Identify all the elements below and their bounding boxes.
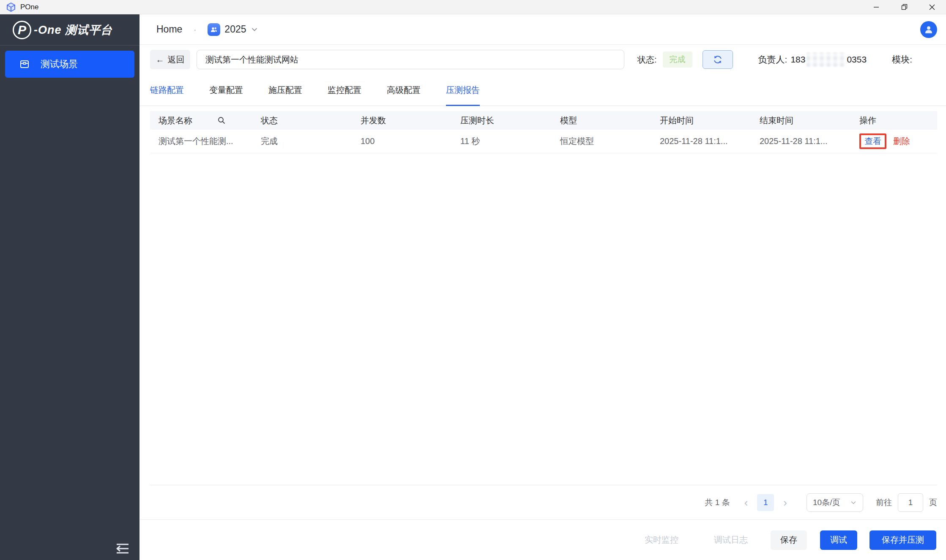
minimize-button[interactable]	[862, 0, 890, 14]
col-scenario-name: 场景名称	[150, 115, 252, 126]
col-duration: 压测时长	[452, 115, 552, 126]
logo-text: -One 测试平台	[34, 22, 112, 38]
debug-button[interactable]: 调试	[820, 530, 857, 550]
view-link[interactable]: 查看	[864, 136, 881, 147]
back-label: 返回	[168, 54, 185, 65]
report-table: 场景名称 状态 并发数 压测时长 模型 开始时间 结束时间	[150, 111, 937, 153]
table-row: 测试第一个性能测... 完成 100 11 秒 恒定模型 2025-11-28 …	[150, 130, 937, 153]
scenario-toolbar: ← 返回 状态: 完成	[150, 50, 938, 69]
back-arrow-icon: ←	[156, 55, 164, 65]
goto-unit: 页	[929, 497, 937, 508]
collapse-sidebar-icon	[114, 542, 131, 555]
tab-link-config[interactable]: 链路配置	[150, 84, 184, 106]
col-end-time: 结束时间	[751, 115, 851, 126]
window-title: POne	[20, 3, 38, 11]
owner-phone-prefix: 183	[790, 54, 805, 65]
view-link-annotation-box: 查看	[859, 133, 886, 149]
save-button[interactable]: 保存	[771, 530, 807, 550]
app-cube-icon	[6, 2, 16, 12]
sidebar-spacer	[0, 83, 139, 542]
realtime-monitor-button[interactable]: 实时监控	[645, 534, 678, 546]
tab-advanced-config[interactable]: 高级配置	[387, 84, 421, 106]
owner-field: 负责人: 183 0353	[758, 52, 867, 67]
minimize-icon	[873, 4, 880, 11]
project-users-icon	[208, 23, 220, 36]
restore-icon	[901, 3, 908, 11]
restore-button[interactable]	[890, 0, 918, 14]
col-actions: 操作	[851, 115, 937, 126]
row-start-time: 2025-11-28 11:1...	[651, 136, 751, 146]
delete-link[interactable]: 删除	[893, 136, 910, 147]
debug-log-button[interactable]: 调试日志	[714, 534, 748, 546]
search-icon[interactable]	[217, 116, 226, 125]
save-and-test-button[interactable]: 保存并压测	[869, 530, 936, 550]
col-start-time: 开始时间	[651, 115, 751, 126]
status-label: 状态:	[637, 54, 657, 65]
collapse-sidebar-button[interactable]	[114, 542, 131, 555]
tab-monitor-config[interactable]: 监控配置	[328, 84, 361, 106]
page-number-button[interactable]: 1	[757, 494, 774, 511]
sidebar-menu: 测试场景	[0, 46, 139, 83]
tab-variable-config[interactable]: 变量配置	[209, 84, 243, 106]
table-header: 场景名称 状态 并发数 压测时长 模型 开始时间 结束时间	[150, 111, 937, 130]
user-avatar[interactable]	[920, 21, 937, 38]
row-status: 完成	[252, 136, 352, 147]
tab-pressure-config[interactable]: 施压配置	[268, 84, 302, 106]
owner-phone-suffix: 0353	[847, 54, 867, 65]
project-selector[interactable]: 2025	[208, 23, 258, 36]
row-model: 恒定模型	[552, 136, 651, 147]
sidebar-item-test-scenario[interactable]: 测试场景	[5, 51, 134, 78]
logo: P -One 测试平台	[0, 14, 139, 46]
status-badge: 完成	[663, 52, 692, 68]
close-icon	[929, 4, 935, 11]
box-icon	[19, 59, 30, 69]
content-spacer	[139, 153, 946, 485]
back-button[interactable]: ← 返回	[150, 50, 190, 69]
col-status: 状态	[252, 115, 352, 126]
pagination: 共 1 条 ‹ 1 › 10条/页 前往 页	[150, 485, 937, 519]
pagination-total: 共 1 条	[705, 497, 730, 508]
owner-label: 负责人:	[758, 54, 787, 65]
goto-label: 前往	[876, 497, 892, 508]
user-icon	[923, 24, 934, 35]
col-model: 模型	[552, 115, 651, 126]
module-label: 模块:	[892, 54, 912, 65]
row-duration: 11 秒	[452, 136, 552, 147]
logo-p-icon: P	[13, 21, 31, 39]
topbar: Home · 2025	[139, 14, 946, 45]
scenario-name-input[interactable]	[197, 50, 624, 69]
breadcrumb-separator: ·	[193, 24, 197, 35]
breadcrumb-home[interactable]: Home	[156, 24, 182, 35]
close-button[interactable]	[918, 0, 946, 14]
goto-page-input[interactable]	[898, 493, 923, 512]
refresh-button[interactable]	[703, 50, 733, 69]
sidebar: P -One 测试平台 测试场景	[0, 14, 139, 560]
row-actions: 查看 删除	[851, 133, 937, 149]
row-scenario-name: 测试第一个性能测...	[150, 136, 252, 147]
page-size-select[interactable]: 10条/页	[807, 493, 863, 512]
project-name: 2025	[224, 24, 246, 35]
window-controls	[862, 0, 946, 14]
refresh-icon	[713, 55, 722, 64]
row-concurrency: 100	[352, 136, 452, 146]
col-concurrency: 并发数	[352, 115, 452, 126]
select-chevron-down-icon	[850, 499, 857, 506]
prev-page-button[interactable]: ‹	[744, 497, 748, 508]
tab-test-report[interactable]: 压测报告	[446, 84, 480, 106]
chevron-down-icon	[251, 26, 258, 33]
sidebar-item-label: 测试场景	[41, 58, 78, 71]
toolbar-right: 状态: 完成 负责人: 183 0353	[637, 50, 929, 69]
row-end-time: 2025-11-28 11:1...	[751, 136, 851, 146]
window-titlebar: POne	[0, 0, 946, 14]
next-page-button[interactable]: ›	[783, 497, 787, 508]
page-size-value: 10条/页	[813, 497, 840, 508]
config-tabs: 链路配置 变量配置 施压配置 监控配置 高级配置 压测报告	[139, 84, 946, 106]
footer-action-bar: 实时监控 调试日志 保存 调试 保存并压测	[139, 519, 946, 560]
owner-redacted-block	[807, 52, 845, 67]
